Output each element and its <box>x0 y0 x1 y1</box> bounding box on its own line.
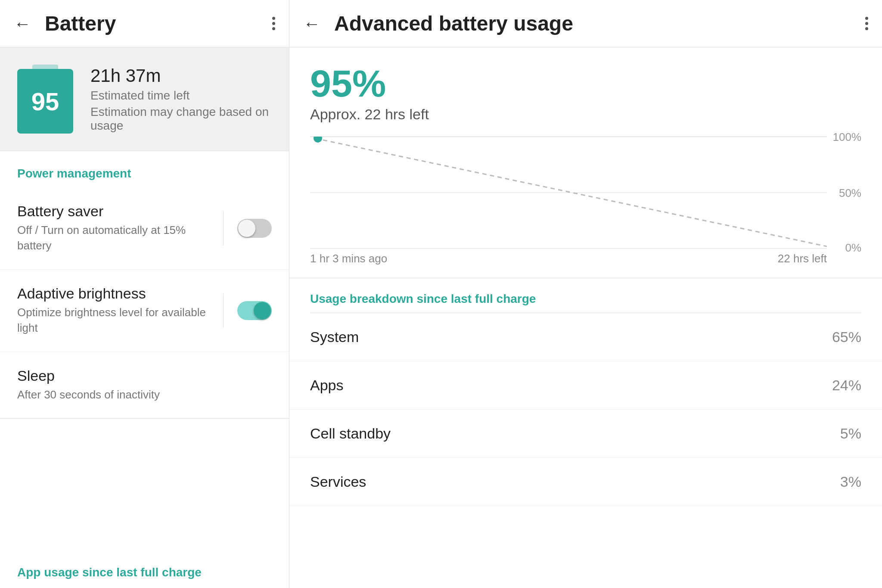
sleep-subtitle: After 30 seconds of inactivity <box>17 387 272 402</box>
chart-time-start: 1 hr 3 mins ago <box>310 252 387 265</box>
usage-services-name: Services <box>310 473 366 490</box>
power-management-label: Power management <box>0 151 289 187</box>
battery-info: 21h 37m Estimated time left Estimation m… <box>90 65 272 133</box>
divider-2 <box>0 418 289 419</box>
advanced-page-title: Advanced battery usage <box>334 12 865 35</box>
adaptive-brightness-item: Adaptive brightness Optimize brightness … <box>0 270 289 352</box>
advanced-header: ← Advanced battery usage <box>289 0 882 47</box>
app-usage-link[interactable]: App usage since last full charge <box>0 550 289 588</box>
chart-svg <box>310 137 827 249</box>
usage-cell-name: Cell standby <box>310 425 391 442</box>
advanced-menu-button[interactable] <box>865 17 868 30</box>
battery-time: 21h 37m <box>90 65 272 86</box>
battery-summary: 95 21h 37m Estimated time left Estimatio… <box>0 47 289 151</box>
usage-item-cell-standby: Cell standby 5% <box>289 410 882 458</box>
battery-saver-subtitle: Off / Turn on automatically at 15% batte… <box>17 222 209 254</box>
usage-apps-value: 24% <box>832 377 861 394</box>
usage-services-value: 3% <box>840 473 861 490</box>
usage-item-system: System 65% <box>289 313 882 361</box>
chart-label-100: 100% <box>833 131 862 144</box>
advanced-battery-panel: ← Advanced battery usage 95% Approx. 22 … <box>289 0 882 588</box>
chart-time-end: 22 hrs left <box>778 252 827 265</box>
chart-dotted-line <box>323 140 827 246</box>
battery-approx-time: Approx. 22 hrs left <box>289 106 882 137</box>
battery-body: 95 <box>17 69 73 134</box>
sleep-text: Sleep After 30 seconds of inactivity <box>17 367 272 402</box>
back-button[interactable]: ← <box>14 15 31 32</box>
usage-item-apps: Apps 24% <box>289 361 882 410</box>
vertical-divider-1 <box>223 211 224 246</box>
page-title: Battery <box>45 12 272 35</box>
battery-chart: 100% 50% 0% 1 hr 3 mins ago 22 hrs left <box>289 137 882 274</box>
battery-level-number: 95 <box>31 87 59 116</box>
battery-header: ← Battery <box>0 0 289 47</box>
sleep-item: Sleep After 30 seconds of inactivity <box>0 352 289 418</box>
advanced-back-button[interactable]: ← <box>303 15 320 32</box>
battery-saver-title: Battery saver <box>17 203 209 220</box>
battery-panel: ← Battery 95 21h 37m Estimated time left… <box>0 0 289 588</box>
menu-button[interactable] <box>272 17 275 30</box>
adaptive-brightness-text: Adaptive brightness Optimize brightness … <box>17 285 209 336</box>
battery-percentage: 95% <box>289 47 882 106</box>
chart-start-dot <box>314 137 322 143</box>
usage-system-value: 65% <box>832 329 861 345</box>
battery-saver-item: Battery saver Off / Turn on automaticall… <box>0 187 289 270</box>
chart-label-0: 0% <box>845 241 861 255</box>
breakdown-section-label: Usage breakdown since last full charge <box>289 278 882 313</box>
usage-cell-value: 5% <box>840 425 861 442</box>
battery-estimated-label: Estimated time left <box>90 89 272 103</box>
battery-saver-text: Battery saver Off / Turn on automaticall… <box>17 203 209 254</box>
usage-apps-name: Apps <box>310 377 344 394</box>
battery-icon: 95 <box>17 65 73 134</box>
usage-item-services: Services 3% <box>289 458 882 506</box>
usage-system-name: System <box>310 329 359 345</box>
vertical-divider-2 <box>223 293 224 328</box>
toggle-knob <box>238 220 255 237</box>
sleep-title: Sleep <box>17 367 272 384</box>
battery-note: Estimation may change based on usage <box>90 105 272 133</box>
adaptive-brightness-subtitle: Optimize brightness level for available … <box>17 305 209 336</box>
chart-area: 100% 50% 0% <box>310 137 861 249</box>
chart-time-labels: 1 hr 3 mins ago 22 hrs left <box>310 249 861 265</box>
toggle-knob-2 <box>254 302 271 319</box>
battery-saver-toggle[interactable] <box>237 219 272 238</box>
adaptive-brightness-title: Adaptive brightness <box>17 285 209 302</box>
chart-label-50: 50% <box>839 187 861 200</box>
adaptive-brightness-toggle[interactable] <box>237 301 272 320</box>
